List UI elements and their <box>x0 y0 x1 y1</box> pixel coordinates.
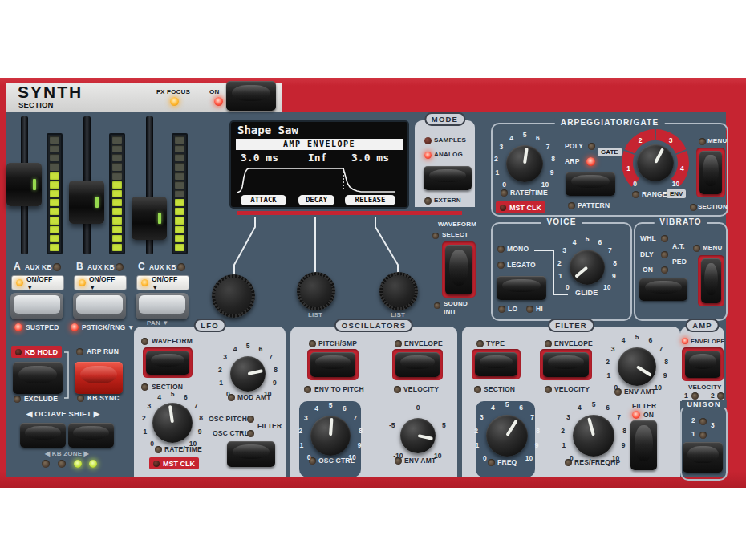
gate-badge: GATE <box>598 148 622 156</box>
lfo-rate-label: RATE/TIME <box>164 445 202 453</box>
synth-on-button[interactable] <box>226 81 276 111</box>
osc-pitch-led <box>247 416 254 423</box>
lo-led <box>498 306 505 313</box>
whl-led <box>661 235 668 242</box>
synth-panel: SYNTH SECTION FX FOCUS ON A AUX KB B AUX… <box>0 0 746 560</box>
onoff-label-b: ON/OFF ▼ <box>89 275 122 291</box>
filter-on-label-1: FILTER <box>632 402 656 410</box>
mode-button[interactable] <box>424 166 472 190</box>
filter-on-button[interactable] <box>630 420 657 470</box>
pattern-label: PATTERN <box>578 201 610 209</box>
amp-vel-2-led <box>717 392 724 400</box>
pitch-smp-button[interactable] <box>310 352 355 377</box>
arpeggiator-title: ARPEGGIATOR/GATE <box>555 118 665 127</box>
lfo-waveform-button[interactable] <box>146 351 189 375</box>
layer-c-button[interactable] <box>136 293 189 319</box>
lfo-waveform-led <box>141 338 148 345</box>
voice-mode-button[interactable] <box>497 276 546 300</box>
sound-init-led <box>434 302 440 309</box>
encoder-decay[interactable] <box>297 272 335 310</box>
arp-range-knob[interactable] <box>637 144 674 181</box>
env-to-pitch-label: ENV TO PITCH <box>314 385 364 393</box>
arp-menu-button[interactable] <box>699 151 722 194</box>
kb-hold-button[interactable] <box>13 362 63 394</box>
layer-b-letter: B <box>76 261 83 272</box>
filter-env-button[interactable] <box>543 352 589 377</box>
arp-section-led <box>690 204 697 211</box>
amp-env-frame <box>682 347 724 381</box>
kb-hold-led <box>15 349 22 355</box>
pattern-led <box>568 202 575 209</box>
lfo-mst-clk-label: MST CLK <box>163 460 195 468</box>
arp-run-button[interactable] <box>75 362 123 394</box>
mod-amt-led <box>228 394 235 401</box>
res-label: RES/FREQHP <box>574 458 620 466</box>
encoder-release[interactable] <box>379 272 418 310</box>
vibrato-mode-button[interactable] <box>639 278 687 301</box>
unison-button[interactable] <box>683 442 723 473</box>
analog-led <box>424 152 432 159</box>
page-subtitle: SECTION <box>18 100 54 109</box>
oled-display: Shape Saw AMP ENVELOPE 3.0 ms Inf 3.0 ms… <box>231 122 407 207</box>
lfo-rate-knob[interactable] <box>152 403 193 443</box>
kb-zone-label: ◀ KB ZONE ▶ <box>45 450 89 457</box>
layer-b-led <box>116 263 124 271</box>
kb-zone-led-1 <box>42 460 50 468</box>
kb-zone-led-2 <box>58 460 66 468</box>
osc-ctrl-knob[interactable] <box>310 416 351 456</box>
lfo-mst-clk-led <box>153 461 160 467</box>
osc-env-button[interactable] <box>395 352 440 377</box>
fader-b[interactable] <box>69 181 104 224</box>
onoff-button-c[interactable]: ON/OFF ▼ <box>136 275 189 290</box>
freq-knob[interactable] <box>486 415 528 457</box>
res-knob[interactable] <box>573 415 614 457</box>
amp-env-label: ENVELOPE <box>691 338 724 345</box>
arp-mst-clk-led <box>500 205 506 211</box>
amp-env-button[interactable] <box>685 351 720 378</box>
fader-c[interactable] <box>132 197 167 240</box>
arp-rate-knob[interactable] <box>506 145 543 182</box>
unison-3-label: 3 <box>711 421 715 429</box>
arp-pattern-button[interactable] <box>566 172 615 196</box>
osc-env-label: ENVELOPE <box>404 339 443 347</box>
fader-a[interactable] <box>6 163 42 206</box>
osc-env-amt-knob[interactable] <box>400 418 436 453</box>
arp-run-led <box>76 348 83 355</box>
vib-menu-button[interactable] <box>701 258 721 303</box>
onoff-button-a[interactable]: ON/OFF ▼ <box>11 275 64 290</box>
range-led <box>632 191 639 198</box>
layer-a-label: AUX KB <box>25 263 52 271</box>
glide-label: GLIDE <box>575 289 598 297</box>
encoder-attack[interactable] <box>212 274 255 318</box>
octave-up-button[interactable] <box>68 423 114 448</box>
display-red-strip <box>237 211 462 215</box>
onoff-label-c: ON/OFF ▼ <box>152 275 184 291</box>
waveform-select-button[interactable] <box>445 245 472 294</box>
sound-init-label-1: SOUND <box>444 300 468 307</box>
filter-env-amt-knob[interactable] <box>618 347 656 386</box>
attack-value: 3.0 ms <box>241 152 278 164</box>
mod-amt-knob[interactable] <box>230 356 266 392</box>
lfo-dest-button[interactable] <box>227 441 275 467</box>
layer-c-letter: C <box>138 261 145 272</box>
layer-b-button[interactable] <box>73 293 126 319</box>
on-led <box>214 97 223 106</box>
osc-velocity-label: VELOCITY <box>403 385 439 393</box>
range-label: RANGE <box>642 190 667 198</box>
extern-led <box>424 197 432 205</box>
env-to-pitch-led <box>304 386 311 393</box>
hi-label: HI <box>536 305 543 313</box>
mode-panel: MODE <box>415 120 475 207</box>
filter-type-button[interactable] <box>475 352 517 376</box>
arp-run-label: ARP RUN <box>87 347 119 355</box>
glide-knob[interactable] <box>570 250 605 285</box>
dly-led <box>661 251 668 258</box>
display-banner: AMP ENVELOPE <box>236 139 403 150</box>
vib-on-label: ON <box>643 266 653 274</box>
onoff-button-b[interactable]: ON/OFF ▼ <box>74 275 127 290</box>
level-meter-c <box>172 133 188 254</box>
vib-menu-frame <box>698 255 724 306</box>
octave-down-button[interactable] <box>20 423 66 448</box>
layer-a-button[interactable] <box>10 293 63 319</box>
osc-pitch-label: OSC PITCH <box>209 415 247 423</box>
